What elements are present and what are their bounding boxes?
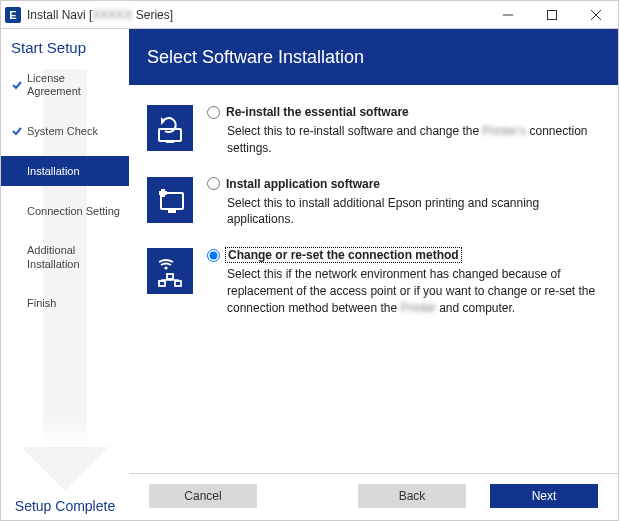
check-icon [11,79,23,91]
sidebar-header: Start Setup [1,35,129,64]
step-list: License AgreementSystem CheckInstallatio… [1,64,129,319]
progress-arrow-head [21,447,109,491]
option-reinstall-label[interactable]: Re-install the essential software [226,105,409,119]
window-title: Install Navi [XXXXX Series] [27,8,173,22]
option-change-connection-label[interactable]: Change or re-set the connection method [226,248,461,262]
svg-rect-11 [167,274,173,279]
option-change-connection-desc: Select this if the network environment h… [207,266,600,316]
blurred-text: Printer [400,300,435,317]
option-reinstall: Re-install the essential software Select… [147,105,600,157]
window-controls [486,1,618,29]
step-label: License Agreement [27,72,121,98]
minimize-button[interactable] [486,1,530,29]
maximize-button[interactable] [530,1,574,29]
step-system-check: System Check [1,116,129,146]
title-blurred-part: XXXXX [92,8,132,22]
cancel-button[interactable]: Cancel [149,484,257,508]
svg-rect-4 [159,129,181,141]
close-button[interactable] [574,1,618,29]
content-body: Re-install the essential software Select… [129,85,618,473]
footer: Cancel Back Next [129,473,618,520]
next-button[interactable]: Next [490,484,598,508]
step-finish: Finish [1,289,129,319]
install-app-icon [147,177,193,223]
step-label: Additional Installation [27,244,121,270]
svg-rect-7 [168,209,176,213]
option-install-app-head[interactable]: Install application software [207,177,600,191]
svg-point-10 [164,267,167,270]
step-license-agreement: License Agreement [1,64,129,106]
network-icon [147,248,193,294]
step-label: Connection Setting [27,205,120,218]
radio-reinstall[interactable] [207,106,220,119]
option-install-app-label[interactable]: Install application software [226,177,380,191]
radio-change-connection[interactable] [207,249,220,262]
option-reinstall-desc: Select this to re-install software and c… [207,123,600,157]
svg-rect-12 [159,281,165,286]
check-icon [11,125,23,137]
option-reinstall-head[interactable]: Re-install the essential software [207,105,600,119]
content: Select Software Installation Re-install … [129,29,618,520]
svg-rect-5 [166,141,174,143]
option-change-connection-head[interactable]: Change or re-set the connection method [207,248,600,262]
step-connection-setting: Connection Setting [1,196,129,226]
svg-rect-1 [548,10,557,19]
sidebar-footer: Setup Complete [1,498,129,514]
sidebar: Start Setup License AgreementSystem Chec… [1,29,129,520]
back-button[interactable]: Back [358,484,466,508]
option-install-app-desc: Select this to install additional Epson … [207,195,600,229]
titlebar: E Install Navi [XXXXX Series] [1,1,618,29]
step-additional-installation: Additional Installation [1,236,129,278]
step-label: System Check [27,125,98,138]
step-installation: Installation [1,156,129,186]
reinstall-icon [147,105,193,151]
step-label: Finish [27,297,56,310]
app-icon: E [5,7,21,23]
svg-rect-13 [175,281,181,286]
content-header: Select Software Installation [129,29,618,85]
radio-install-app[interactable] [207,177,220,190]
blurred-text: Printer's [482,123,526,140]
step-label: Installation [27,165,80,178]
option-install-app: Install application software Select this… [147,177,600,229]
option-change-connection: Change or re-set the connection method S… [147,248,600,316]
